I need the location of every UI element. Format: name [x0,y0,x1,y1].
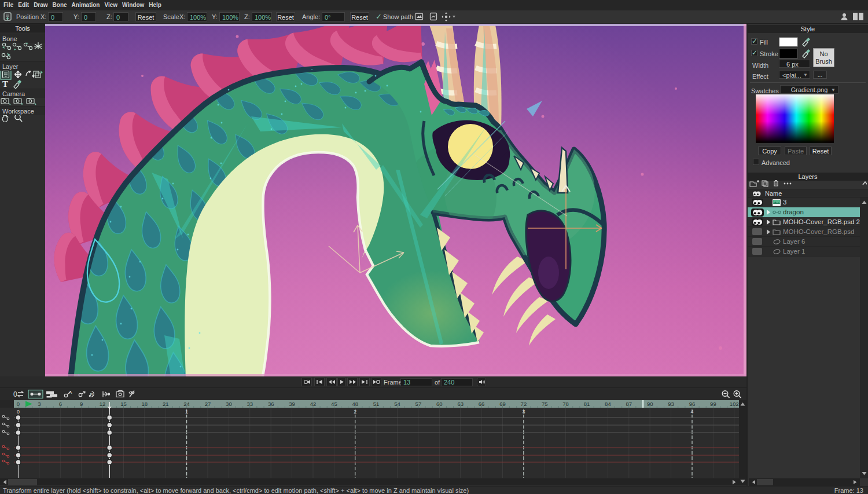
svg-text:2: 2 [354,409,356,415]
svg-text:4: 4 [690,409,693,415]
svg-text:R: R [90,392,94,397]
svg-text:45: 45 [331,401,337,407]
svg-text:3: 3 [522,409,525,415]
svg-text:30: 30 [226,401,232,407]
svg-text:93: 93 [668,401,674,407]
svg-text:1: 1 [185,409,188,415]
svg-text:60: 60 [436,401,443,407]
svg-text:42: 42 [310,401,317,407]
svg-text:39: 39 [289,401,295,407]
svg-text:84: 84 [605,401,611,407]
svg-text:75: 75 [542,401,548,407]
svg-text:81: 81 [584,401,590,407]
svg-text:15: 15 [120,401,127,407]
svg-text:27: 27 [205,401,211,407]
svg-text:102: 102 [730,401,739,407]
svg-text:66: 66 [479,401,485,407]
svg-text:72: 72 [521,401,527,407]
svg-text:A: A [69,390,72,395]
svg-text:54: 54 [394,401,400,407]
svg-text:33: 33 [247,401,253,407]
svg-text:18: 18 [142,401,148,407]
svg-text:21: 21 [163,401,169,407]
svg-text:63: 63 [457,401,464,407]
svg-text:12: 12 [100,401,106,407]
svg-text:9: 9 [80,401,83,407]
svg-text:69: 69 [499,401,506,407]
svg-text:78: 78 [562,401,569,407]
svg-text:6: 6 [59,401,62,407]
svg-text:3: 3 [38,401,41,407]
svg-text:0: 0 [17,401,20,407]
svg-text:90: 90 [647,401,653,407]
svg-text:36: 36 [268,401,274,407]
svg-text:51: 51 [373,401,380,407]
svg-text:T: T [2,79,8,89]
svg-text:48: 48 [352,401,358,407]
svg-text:87: 87 [626,401,632,407]
svg-text:0: 0 [17,409,20,415]
svg-text:57: 57 [415,401,422,407]
svg-text:96: 96 [689,401,696,407]
svg-text:0: 0 [13,390,17,398]
svg-text:24: 24 [183,401,190,407]
svg-text:99: 99 [710,401,716,407]
